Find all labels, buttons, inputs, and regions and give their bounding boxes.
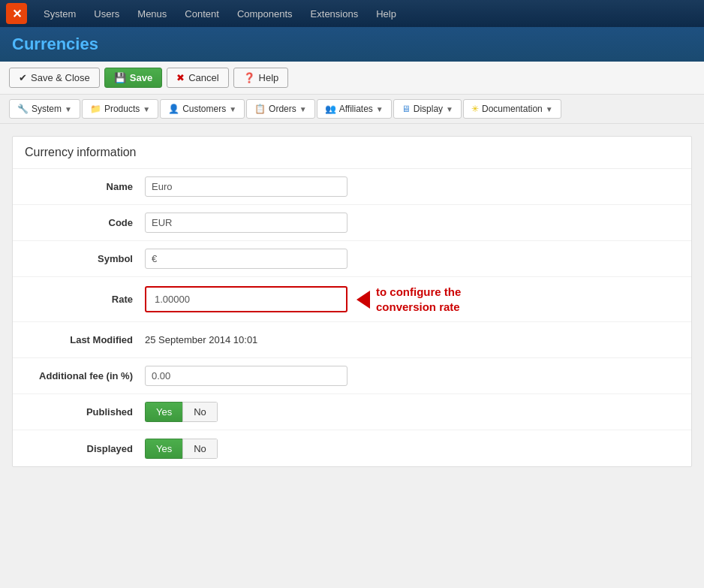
rate-highlight-box (145, 286, 347, 312)
nav-extensions[interactable]: Extensions (302, 0, 368, 27)
cancel-icon: ✖ (176, 72, 185, 83)
chevron-down-icon: ▼ (229, 105, 236, 113)
name-label: Name (25, 181, 145, 192)
documentation-icon: ✳ (471, 104, 479, 114)
orders-icon: 📋 (254, 104, 266, 114)
additional-fee-row: Additional fee (in %) (13, 358, 691, 394)
displayed-row: Displayed Yes No (13, 430, 691, 466)
top-nav-items: System Users Menus Content Components Ex… (35, 0, 405, 27)
chevron-down-icon: ▼ (299, 105, 307, 113)
help-icon: ❓ (243, 72, 255, 83)
nav-users[interactable]: Users (85, 0, 128, 27)
last-modified-label: Last Modified (25, 334, 145, 345)
name-input[interactable] (145, 176, 347, 197)
last-modified-row: Last Modified 25 September 2014 10:01 (13, 322, 691, 358)
code-label: Code (25, 217, 145, 228)
subnav-affiliates[interactable]: 👥 Affiliates ▼ (317, 99, 392, 119)
symbol-row: Symbol (13, 241, 691, 277)
code-row: Code (13, 205, 691, 241)
rate-label: Rate (25, 294, 145, 305)
subnav-products[interactable]: 📁 Products ▼ (82, 99, 158, 119)
save-icon: 💾 (114, 72, 126, 83)
displayed-toggle: Yes No (145, 439, 218, 459)
rate-annotation-text: to configure theconversion rate (376, 285, 461, 314)
checkmark-icon: ✔ (19, 72, 27, 83)
page-title: Currencies (12, 35, 692, 54)
subnav-orders[interactable]: 📋 Orders ▼ (246, 99, 315, 119)
chevron-down-icon: ▼ (446, 105, 453, 113)
title-bar: Currencies (0, 27, 704, 62)
affiliates-icon: 👥 (325, 104, 336, 114)
additional-fee-input[interactable] (145, 366, 347, 386)
joomla-logo: ✕ (6, 3, 27, 24)
cancel-button[interactable]: ✖ Cancel (167, 68, 228, 88)
save-button[interactable]: 💾 Save (104, 68, 162, 88)
additional-fee-label: Additional fee (in %) (25, 370, 145, 381)
help-button[interactable]: ❓ Help (233, 68, 289, 88)
displayed-yes-button[interactable]: Yes (145, 439, 182, 459)
top-navigation: ✕ System Users Menus Content Components … (0, 0, 704, 27)
displayed-no-button[interactable]: No (182, 439, 218, 459)
nav-content[interactable]: Content (176, 0, 228, 27)
sub-navigation: 🔧 System ▼ 📁 Products ▼ 👤 Customers ▼ 📋 … (0, 95, 704, 124)
subnav-display[interactable]: 🖥 Display ▼ (393, 99, 462, 119)
rate-row: Rate to configure theconversion rate (13, 277, 691, 322)
nav-system[interactable]: System (35, 0, 85, 27)
subnav-system[interactable]: 🔧 System ▼ (9, 99, 80, 119)
nav-menus[interactable]: Menus (128, 0, 176, 27)
symbol-input[interactable] (145, 249, 347, 269)
chevron-down-icon: ▼ (546, 105, 553, 113)
system-icon: 🔧 (17, 104, 29, 114)
main-content: Currency information Name Code Symbol Ra… (0, 124, 704, 479)
published-no-button[interactable]: No (182, 402, 218, 422)
rate-annotation: to configure theconversion rate (357, 285, 461, 314)
display-icon: 🖥 (402, 104, 411, 114)
chevron-down-icon: ▼ (376, 105, 384, 113)
chevron-down-icon: ▼ (65, 105, 72, 113)
published-row: Published Yes No (13, 394, 691, 430)
name-row: Name (13, 169, 691, 205)
subnav-documentation[interactable]: ✳ Documentation ▼ (463, 99, 561, 119)
code-input[interactable] (145, 213, 347, 233)
published-yes-button[interactable]: Yes (145, 402, 182, 422)
form-section-title: Currency information (13, 137, 691, 169)
subnav-customers[interactable]: 👤 Customers ▼ (160, 99, 245, 119)
arrow-left-icon (357, 291, 370, 309)
published-toggle: Yes No (145, 402, 218, 422)
published-label: Published (25, 406, 145, 418)
products-icon: 📁 (90, 104, 101, 114)
displayed-label: Displayed (25, 443, 145, 454)
customers-icon: 👤 (168, 104, 179, 114)
symbol-label: Symbol (25, 253, 145, 264)
form-panel: Currency information Name Code Symbol Ra… (12, 136, 692, 467)
save-close-button[interactable]: ✔ Save & Close (9, 68, 100, 88)
rate-input[interactable] (149, 290, 344, 309)
toolbar: ✔ Save & Close 💾 Save ✖ Cancel ❓ Help (0, 62, 704, 95)
last-modified-value: 25 September 2014 10:01 (145, 330, 257, 349)
nav-help[interactable]: Help (367, 0, 405, 27)
chevron-down-icon: ▼ (143, 105, 150, 113)
nav-components[interactable]: Components (228, 0, 302, 27)
